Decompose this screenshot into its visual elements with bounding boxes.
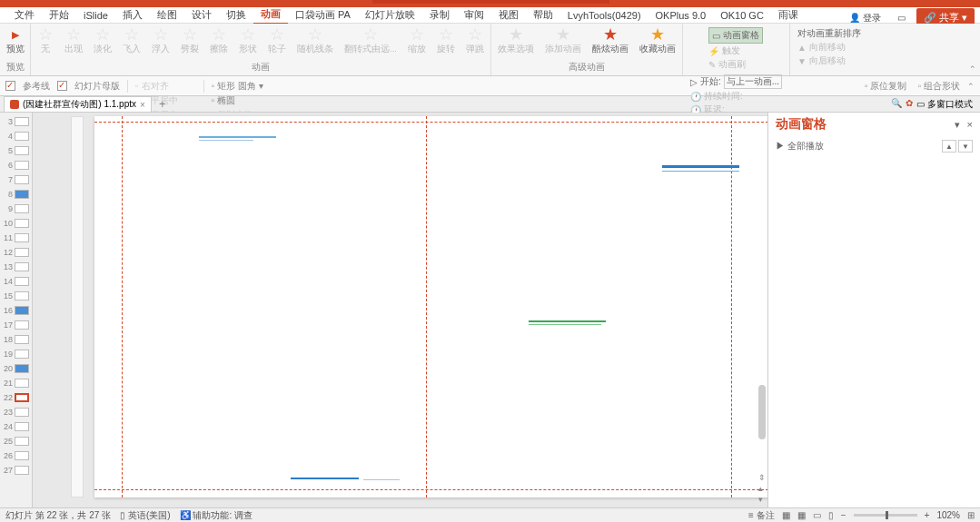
menu-tab-17[interactable]: 雨课 [771,6,806,24]
add-tab-button[interactable]: + [153,97,172,111]
menu-tab-9[interactable]: 幻灯片放映 [358,6,422,24]
thumbnail-24[interactable]: 24 [0,419,32,434]
thumbnail-4[interactable]: 4 [0,129,32,143]
thumbnail-5[interactable]: 5 [0,143,32,158]
sorter-view-button[interactable]: ▦ [797,510,806,520]
settings-tool-icon[interactable]: ✿ [906,98,913,111]
vertical-scrollbar[interactable] [758,385,766,439]
preview-button[interactable]: ▶ 预览 [4,25,27,56]
thumbnail-6[interactable]: 6 [0,158,32,172]
menu-tab-1[interactable]: 开始 [42,6,76,24]
fit-window-button[interactable]: ⊞ [967,510,975,520]
menu-tab-14[interactable]: LvyhTools(0429) [560,8,648,23]
shape-line[interactable] [363,479,400,480]
move-up-button[interactable]: ▲ [942,140,956,153]
far-tool-1[interactable]: ▫组合形状 [914,79,964,94]
thumbnail-18[interactable]: 18 [0,332,32,347]
zoom-slider[interactable] [854,514,917,517]
menu-tab-13[interactable]: 帮助 [526,6,560,24]
ribbon-options-button[interactable]: ▭ [892,11,911,25]
thumbnail-13[interactable]: 13 [0,260,32,274]
slideshow-view-button[interactable]: ▯ [828,510,834,520]
menu-tab-15[interactable]: OKPlus 9.0 [648,8,714,23]
shape-line[interactable] [662,171,739,172]
start-timing-row[interactable]: ▷开始:与上一动画... [690,74,782,89]
shape-line[interactable] [529,324,601,325]
effect-4[interactable]: ☆浮入 [149,25,173,56]
effect-13[interactable]: ☆弹跳 [463,25,487,56]
shape-line[interactable] [662,165,739,168]
menu-tab-11[interactable]: 审阅 [457,6,491,24]
thumbnail-11[interactable]: 11 [0,231,32,245]
menu-tab-2[interactable]: iSlide [76,8,115,23]
normal-view-button[interactable]: ▦ [782,510,790,520]
menu-tab-8[interactable]: 口袋动画 PA [288,6,358,24]
next-slide-icon[interactable]: ▾ [758,495,766,504]
effect-2[interactable]: ☆淡化 [91,25,114,56]
thumbnail-19[interactable]: 19 [0,347,32,361]
shape-line[interactable] [199,140,253,141]
shape-line[interactable] [199,136,276,138]
move-down-button[interactable]: ▼ [958,140,973,153]
shape-line[interactable] [529,320,606,322]
effect-1[interactable]: ☆出现 [62,25,85,56]
notes-button[interactable]: ≡ 备注 [748,509,775,522]
zoom-tool-icon[interactable]: 🔍 [891,98,902,111]
far-tool-0[interactable]: ▫原位复制 [861,79,911,94]
thumbnail-20[interactable]: 20 [0,361,32,376]
prev-slide-icon[interactable]: ▴ [758,484,766,493]
thumbnail-25[interactable]: 25 [0,434,32,448]
guides-checkbox[interactable] [5,81,15,91]
favorite-animation-button[interactable]: ★收藏动画 [637,25,678,56]
multiwindow-button[interactable]: ▭ 多窗口模式 [916,98,973,111]
effect-3[interactable]: ☆飞入 [120,25,144,56]
thumbnail-27[interactable]: 27 [0,463,32,478]
master-checkbox[interactable] [57,81,67,91]
menu-tab-0[interactable]: 文件 [7,6,42,24]
shape-tool-4[interactable]: ▫矩形 圆角 ▾ [208,79,267,94]
effect-12[interactable]: ☆旋转 [434,25,458,56]
zoom-out-button[interactable]: − [841,510,846,520]
effect-11[interactable]: ☆缩放 [405,25,429,56]
zoom-level[interactable]: 102% [936,510,960,520]
thumbnail-8[interactable]: 8 [0,187,32,202]
shape-tool-5[interactable]: ▫椭圆 [208,94,267,108]
thumbnail-22[interactable]: 22 [0,390,32,405]
effect-7[interactable]: ☆形状 [236,25,260,56]
file-tab[interactable]: (因建社群宣传动图) 1.1.pptx × [4,96,152,112]
thumbnail-9[interactable]: 9 [0,202,32,216]
slide-canvas[interactable] [94,116,767,497]
thumbnail-7[interactable]: 7 [0,172,32,187]
menu-tab-10[interactable]: 录制 [422,6,457,24]
effect-10[interactable]: ☆翻转式由远... [342,25,400,56]
effect-5[interactable]: ☆劈裂 [178,25,202,56]
collapse-ribbon-button[interactable]: ⌃ [969,64,976,74]
menu-tab-12[interactable]: 视图 [491,6,526,24]
thumbnail-21[interactable]: 21 [0,376,32,390]
shape-line[interactable] [291,478,359,479]
animation-pane-button[interactable]: ▭动画窗格 [708,27,763,44]
thumbnail-15[interactable]: 15 [0,289,32,303]
fit-icon[interactable]: ⇕ [758,473,766,482]
close-tab-icon[interactable]: × [140,100,145,110]
thumbnail-16[interactable]: 16 [0,303,32,318]
thumbnail-26[interactable]: 26 [0,448,32,463]
effect-0[interactable]: ☆无 [35,25,56,56]
toolrow-collapse[interactable]: ⌃ [967,82,975,91]
zoom-in-button[interactable]: + [925,510,930,520]
thumbnail-12[interactable]: 12 [0,245,32,260]
menu-tab-16[interactable]: OK10 GC [713,8,771,23]
effect-6[interactable]: ☆擦除 [207,25,231,56]
close-pane-icon[interactable]: × [967,119,973,131]
play-all-button[interactable]: ▶ 全部播放 [776,140,824,153]
accessibility-status[interactable]: ♿ 辅助功能: 调查 [180,509,252,522]
effect-9[interactable]: ☆随机线条 [294,25,336,56]
language-status[interactable]: ▯ 英语(美国) [120,509,170,522]
reading-view-button[interactable]: ▭ [813,510,821,520]
thumbnail-3[interactable]: 3 [0,114,32,129]
thumbnail-10[interactable]: 10 [0,216,32,231]
thumbnail-23[interactable]: 23 [0,405,32,419]
thumbnail-17[interactable]: 17 [0,318,32,332]
pane-dropdown-icon[interactable]: ▾ [955,119,960,131]
cool-animation-button[interactable]: ★酷炫动画 [589,25,631,56]
